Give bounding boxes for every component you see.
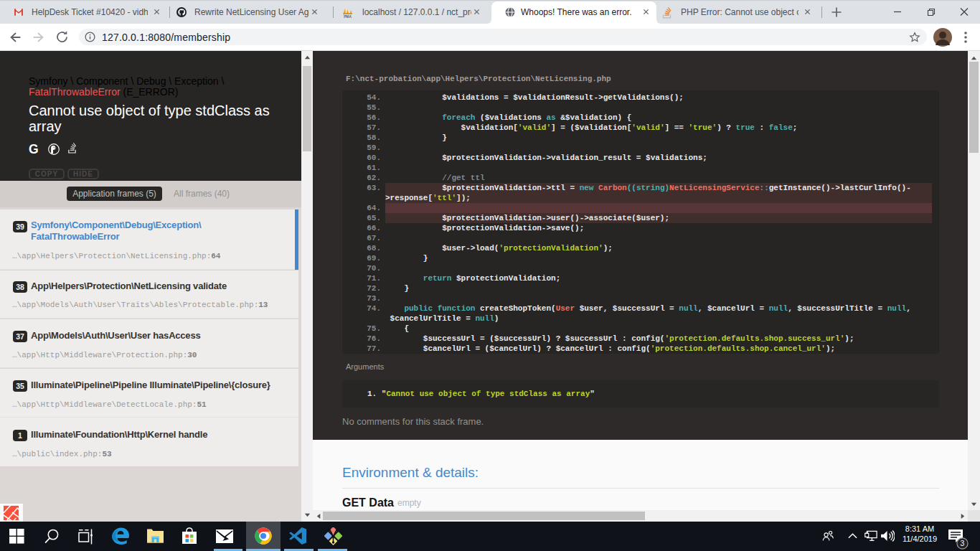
svg-text:3: 3 (961, 540, 965, 547)
svg-text:PMA: PMA (344, 15, 352, 19)
